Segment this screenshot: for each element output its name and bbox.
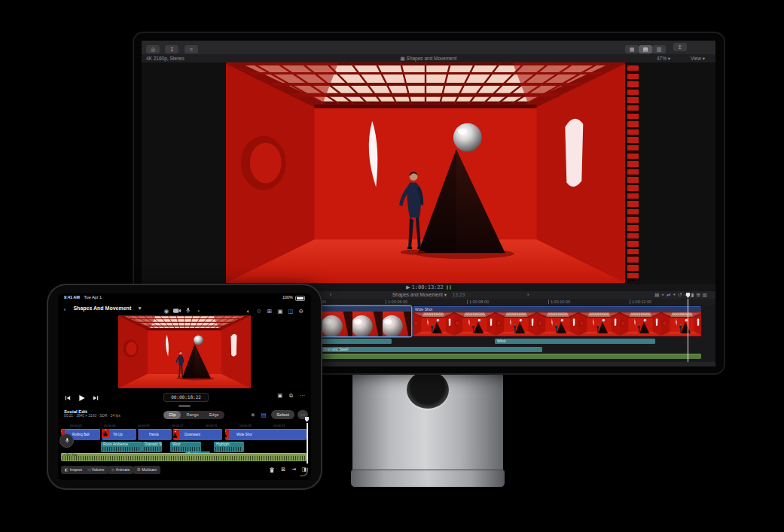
next-frame-icon[interactable] <box>90 395 101 403</box>
ruler-tick: 1:00:12:00 <box>630 299 651 305</box>
audio-meter-left[interactable] <box>447 285 448 290</box>
ruler-tick: 00:00:18 <box>239 423 252 429</box>
media-browser-icon[interactable]: ▤ <box>258 412 269 418</box>
multicam-icon: ⊞ <box>137 467 140 472</box>
volume-icon: ◁ <box>87 467 90 472</box>
video-clip-hands[interactable]: Hands <box>138 429 172 440</box>
voiceover-record-button[interactable] <box>59 433 74 448</box>
ipad-timeline-clips: Rolling Ball Tilt Up Hands Downward Wide… <box>58 429 311 464</box>
loop-icon[interactable]: ▣ <box>277 393 282 399</box>
back-chevron-icon[interactable]: ‹ <box>59 306 70 313</box>
ipad-timecode: 00:00:18:22 <box>163 393 209 402</box>
panel-drag-handle[interactable] <box>178 405 191 407</box>
music-clip-on-you[interactable]: ♪ On You <box>61 453 307 461</box>
ruler-tick: 00:00:09 <box>138 423 150 429</box>
browser-view-icon[interactable]: ▦ <box>625 45 639 53</box>
filmstrip-view-icon[interactable]: ▥ <box>652 45 666 53</box>
light-strip-graphic <box>627 65 639 281</box>
final-cut-pro-ipad-app: 9:41 AM Tue Apr 1 100% ‹ Shapes And Move… <box>58 293 311 480</box>
record-icon[interactable]: ◉ <box>161 308 172 315</box>
animate-button[interactable]: ◇Animate <box>108 466 133 474</box>
clip-thumbnails <box>413 312 701 337</box>
overwrite-icon[interactable]: ⇥ <box>291 467 296 473</box>
video-clip-wide-shot[interactable]: Wide Shot <box>413 306 701 337</box>
audio-meter-right[interactable] <box>450 285 451 290</box>
mode-clip[interactable]: Clip <box>163 411 181 419</box>
video-clip-tilt-up[interactable]: Tilt Up <box>102 429 136 440</box>
audio-clip-dramatic-swell[interactable]: Dramatic Swell <box>321 347 542 352</box>
select-button[interactable]: Select <box>271 410 294 419</box>
video-clip-wide-shot[interactable]: Wide Shot <box>225 429 307 440</box>
audio-clip-dramatic-swell[interactable]: Dramatic Swell <box>142 442 162 452</box>
scene-canvas: ◎ ↧ ⌗ ▦▤▥ ↥ 4K 2160p, Stereo ▦ Shapes an… <box>0 0 784 532</box>
snapping-icon[interactable]: ⊞ <box>696 292 702 297</box>
ipad-nav-bar: ‹ Shapes And Movement ▾ ◉◔ ◐⊘⊞▣◫⊖ <box>58 301 311 315</box>
timeline-next-icon[interactable]: › <box>527 291 529 299</box>
disabled-tool-icon: ⊘ <box>254 308 264 315</box>
ipad-project-bar: Social Edit 00:21 · 3840 × 2160 · SDR · … <box>58 408 311 423</box>
jog-wheel-icon[interactable]: ◐ <box>243 308 254 315</box>
mac-viewer <box>142 62 715 284</box>
ipad-project-title: Shapes And Movement <box>73 306 131 311</box>
list-view-icon[interactable]: ▤ <box>639 45 652 53</box>
split-view-icon[interactable]: ◫ <box>285 308 296 315</box>
play-button[interactable]: ▶ <box>406 284 410 290</box>
timeline-duration: 13:23 <box>453 292 465 297</box>
video-clip-closeup[interactable] <box>322 306 411 336</box>
mac-toolbar: ◎ ↧ ⌗ ▦▤▥ ↥ <box>142 41 715 55</box>
more-icon[interactable]: ⋯ <box>300 393 305 399</box>
share-icon[interactable]: ↥ <box>673 43 687 51</box>
timeline-tools: ▤⌖⇄+↺≈◨⊞▥ <box>654 291 709 299</box>
clip-thumbnails <box>322 312 411 336</box>
ipad-video-frame <box>118 315 251 388</box>
ipad-transport-bar: 00:00:18:22 ▣ ⧉ ⋯ <box>58 390 311 403</box>
appearance-icon[interactable]: ▥ <box>703 292 709 297</box>
timeline-project-menu[interactable]: Shapes and Movement ▾ <box>392 292 447 297</box>
volume-button[interactable]: ◁Volume <box>84 466 108 474</box>
ipad-playhead[interactable] <box>307 423 308 464</box>
timeline-index-icon[interactable]: ▤ <box>654 292 661 297</box>
clip-name: Wide Shot <box>413 307 701 312</box>
tools-icon[interactable]: ⌗ <box>185 45 198 53</box>
inspect-button[interactable]: ◧Inspect <box>61 466 86 474</box>
snapshot-icon[interactable]: ⊠ <box>281 467 285 473</box>
ipad-timeline-ruler[interactable]: 00:00:03 00:00:06 00:00:09 00:00:12 00:0… <box>58 423 311 429</box>
stand-base <box>351 470 505 487</box>
viewer-icon[interactable]: ▣ <box>275 308 285 315</box>
status-time: 9:41 AM <box>64 295 80 299</box>
audio-clip[interactable] <box>321 339 392 344</box>
audio-clip-highlight[interactable]: Highlight <box>214 442 244 452</box>
undo-icon[interactable]: ↺ <box>678 292 684 297</box>
multicam-button[interactable]: ⊞Multicam <box>133 466 160 474</box>
ipad-play-button[interactable] <box>76 394 87 403</box>
audio-clip-wind[interactable]: Wind <box>170 442 201 452</box>
project-icon: ▦ <box>401 56 407 61</box>
battery-percent: 100% <box>282 293 293 301</box>
timer-icon[interactable]: ◔ <box>193 308 203 315</box>
mac-timecode: 1:00:13:22 <box>412 284 444 290</box>
audio-clip-wind[interactable]: Wind <box>495 339 655 344</box>
position-tool-icon[interactable]: ⌖ <box>661 292 667 297</box>
viewer-zoom-menu[interactable]: 47% ▾ <box>657 54 670 62</box>
music-clip[interactable] <box>321 354 701 359</box>
audio-clip-room-ambience[interactable]: Room Ambience <box>101 442 142 452</box>
video-clip-downward[interactable]: Downward <box>173 429 222 440</box>
import-media-icon[interactable]: ↧ <box>165 45 178 53</box>
status-date: Tue Apr 1 <box>84 295 102 299</box>
collapse-icon[interactable]: ⊖ <box>296 308 307 315</box>
mode-edge[interactable]: Edge <box>204 411 224 419</box>
ruler-tick: 1:00:06:00 <box>386 299 407 305</box>
sidebar-toggle-icon[interactable]: ◎ <box>146 45 160 53</box>
viewer-view-menu[interactable]: View ▾ <box>691 54 705 62</box>
mode-range[interactable]: Range <box>181 411 203 419</box>
trash-icon[interactable] <box>269 467 275 474</box>
ipad-device: 9:41 AM Tue Apr 1 100% ‹ Shapes And Move… <box>47 284 322 490</box>
title-menu-icon[interactable]: ▾ <box>135 305 145 312</box>
prev-frame-icon[interactable] <box>63 395 73 403</box>
resize-icon[interactable]: ⧉ <box>289 393 293 399</box>
viewer-title: Shapes and Movement <box>407 56 457 61</box>
mac-playhead[interactable] <box>688 299 688 362</box>
battery-icon <box>295 296 305 301</box>
browser-grid-icon[interactable]: ⊞ <box>264 308 275 315</box>
settings-icon[interactable]: ✳ <box>248 412 258 418</box>
